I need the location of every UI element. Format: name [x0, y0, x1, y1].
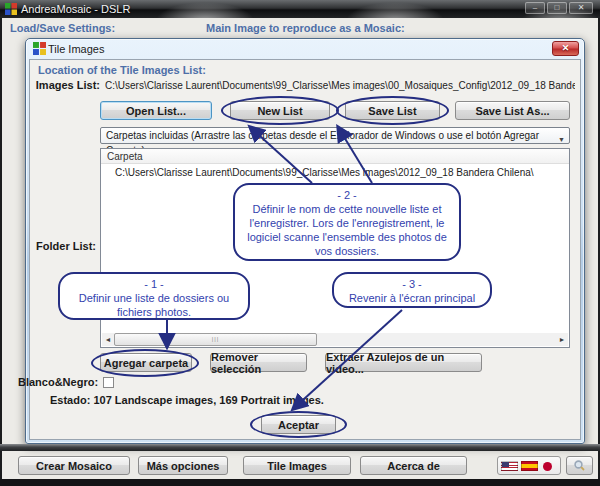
folder-column-header[interactable]: Carpeta — [101, 149, 569, 164]
blanco-negro-label: Blanco&Negro: — [18, 376, 98, 388]
acerca-de-button[interactable]: Acerca de — [360, 456, 467, 475]
callout-step-3: - 3 - Revenir à l'écran principal — [332, 272, 492, 308]
open-list-button[interactable]: Open List... — [100, 101, 212, 120]
remover-seleccion-button[interactable]: Remover selección — [210, 353, 307, 372]
scroll-left-icon[interactable]: ◄ — [102, 333, 114, 346]
us-flag-icon[interactable] — [501, 461, 518, 471]
mas-opciones-button[interactable]: Más opciones — [138, 456, 228, 475]
status-band — [0, 444, 600, 451]
window-title: AndreaMosaic - DSLR — [21, 3, 130, 15]
save-list-as-button[interactable]: Save List As... — [455, 101, 570, 120]
horizontal-scrollbar[interactable]: ◄ ||| ► — [102, 333, 568, 346]
agregar-carpeta-button[interactable]: Agregar carpeta — [100, 353, 192, 372]
extraer-azulejos-button[interactable]: Extraer Azulejos de un video... — [325, 353, 482, 372]
spain-flag-icon[interactable] — [521, 461, 538, 471]
japan-flag-icon[interactable] — [543, 462, 552, 471]
folder-list-label: Folder List: — [26, 240, 96, 252]
scrollbar-thumb[interactable]: ||| — [114, 333, 317, 346]
crear-mosaico-button[interactable]: Crear Mosaico — [18, 456, 130, 475]
tile-images-button[interactable]: Tile Images — [243, 456, 351, 475]
images-list-path: C:\Users\Clarisse Laurent\Documents\99_C… — [105, 80, 575, 91]
folder-row[interactable]: C:\Users\Clarisse Laurent\Documents\99_C… — [115, 167, 534, 178]
new-list-button[interactable]: New List — [230, 101, 330, 120]
help-button[interactable] — [566, 456, 593, 475]
images-list-label: Images List: — [30, 79, 100, 91]
dialog-close-button[interactable]: ✕ — [552, 41, 579, 56]
blanco-negro-checkbox[interactable] — [103, 377, 114, 388]
aceptar-button[interactable]: Aceptar — [261, 415, 336, 434]
app-mosaic-icon — [5, 3, 17, 15]
location-heading: Location of the Tile Images List: — [38, 64, 206, 76]
estado-status-text: Estado: 107 Landscape images, 169 Portra… — [50, 394, 324, 406]
minimize-button[interactable]: – — [525, 2, 545, 14]
window-border-bottom — [0, 479, 600, 486]
magnifier-icon — [573, 459, 586, 472]
window-titlebar[interactable]: AndreaMosaic - DSLR – □ ✕ — [0, 0, 600, 18]
dialog-mosaic-icon — [33, 42, 46, 55]
language-selector[interactable] — [497, 456, 561, 475]
chevron-down-icon[interactable]: ▼ — [558, 132, 565, 147]
load-save-settings-heading: Load/Save Settings: — [10, 22, 115, 34]
callout-step-1: - 1 - Definir une liste de dossiers ou f… — [58, 272, 250, 320]
close-button[interactable]: ✕ — [569, 2, 593, 14]
save-list-button[interactable]: Save List — [345, 101, 440, 120]
window-border-left — [0, 18, 2, 486]
included-folders-combobox[interactable]: Carpetas incluidas (Arrastre las carpeta… — [100, 127, 570, 144]
callout-step-2: - 2 - Définir le nom de cette nouvelle l… — [233, 183, 461, 261]
scroll-right-icon[interactable]: ► — [556, 333, 568, 346]
dialog-title: Tile Images — [48, 43, 104, 55]
maximize-button[interactable]: □ — [547, 2, 567, 14]
main-image-heading: Main Image to reproduce as a Mosaic: — [206, 22, 405, 34]
andreamosaic-window: AndreaMosaic - DSLR – □ ✕ Load/Save Sett… — [0, 0, 600, 486]
